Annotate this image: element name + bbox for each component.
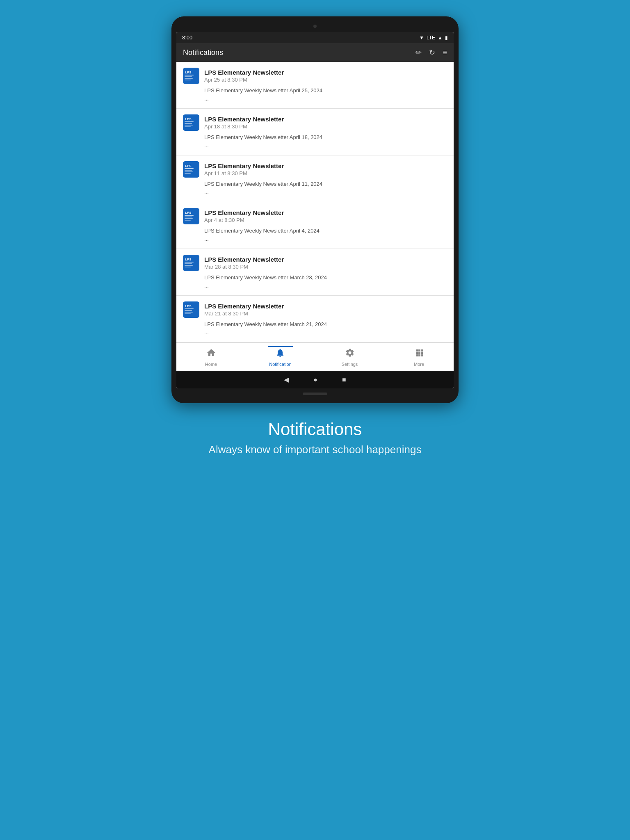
notification-list: LPS LPS Elementary NewsletterApr 25 at 8…: [176, 62, 454, 342]
svg-rect-44: [421, 354, 423, 356]
svg-rect-36: [416, 349, 418, 352]
bottom-nav: HomeNotificationSettings More: [176, 342, 454, 371]
svg-rect-11: [185, 126, 191, 127]
lps-logo: LPS: [183, 301, 199, 318]
svg-rect-32: [185, 308, 194, 309]
bottom-speaker: [303, 393, 327, 395]
svg-rect-8: [185, 121, 194, 122]
app-bar-actions: ✏ ↻ ≡: [415, 48, 447, 57]
svg-rect-41: [421, 352, 423, 354]
svg-rect-9: [185, 123, 192, 124]
svg-rect-28: [185, 265, 193, 266]
svg-text:LPS: LPS: [185, 117, 192, 121]
svg-rect-29: [185, 267, 191, 267]
nav-notification-label: Notification: [269, 362, 291, 367]
filter-icon[interactable]: ≡: [443, 48, 447, 57]
lps-logo: LPS: [183, 68, 199, 84]
lps-logo: LPS: [183, 114, 199, 131]
wifi-icon: ▼: [419, 35, 424, 41]
nav-more-label: More: [414, 362, 424, 367]
svg-text:LPS: LPS: [185, 164, 192, 168]
svg-rect-21: [185, 217, 192, 217]
lps-logo: LPS: [183, 161, 199, 178]
svg-rect-43: [418, 354, 420, 356]
notification-sender: LPS Elementary Newsletter: [204, 303, 284, 310]
battery-icon: ▮: [445, 35, 448, 41]
svg-rect-16: [185, 171, 193, 172]
notification-body: LPS Elementary Weekly Newsletter March 2…: [204, 274, 447, 290]
svg-rect-22: [185, 218, 193, 219]
signal-icon: ▲: [438, 35, 443, 41]
svg-rect-18: [183, 208, 199, 224]
app-bar-title: Notifications: [183, 48, 223, 57]
footer-subtitle: Always know of important school happenin…: [209, 443, 422, 456]
status-icons: ▼ LTE ▲ ▮: [419, 35, 448, 41]
svg-rect-27: [185, 263, 192, 264]
svg-rect-17: [185, 173, 191, 174]
back-button[interactable]: ◀: [284, 376, 289, 383]
svg-rect-14: [185, 168, 194, 169]
svg-rect-38: [421, 349, 423, 352]
nav-item-more[interactable]: More: [384, 346, 454, 368]
notification-date: Apr 25 at 8:30 PM: [204, 77, 284, 83]
notification-date: Apr 18 at 8:30 PM: [204, 123, 284, 130]
svg-rect-15: [185, 170, 192, 171]
svg-rect-4: [185, 78, 193, 79]
notification-date: Mar 28 at 8:30 PM: [204, 264, 284, 270]
svg-text:LPS: LPS: [185, 71, 192, 74]
notification-item[interactable]: LPS LPS Elementary NewsletterApr 18 at 8…: [176, 109, 454, 155]
svg-rect-26: [185, 262, 194, 262]
lps-logo: LPS: [183, 208, 199, 224]
svg-rect-40: [418, 352, 420, 354]
tablet-screen: 8:00 ▼ LTE ▲ ▮ Notifications ✏ ↻ ≡ LPS: [176, 32, 454, 388]
notification-item[interactable]: LPS LPS Elementary NewsletterApr 11 at 8…: [176, 155, 454, 202]
edit-icon[interactable]: ✏: [415, 48, 422, 57]
notification-date: Apr 4 at 8:30 PM: [204, 217, 284, 223]
svg-rect-33: [185, 310, 192, 311]
svg-rect-5: [185, 80, 191, 80]
notification-item[interactable]: LPS LPS Elementary NewsletterApr 4 at 8:…: [176, 202, 454, 249]
svg-text:LPS: LPS: [185, 258, 192, 261]
tablet-camera: [313, 25, 317, 28]
notification-date: Mar 21 at 8:30 PM: [204, 310, 284, 317]
nav-notification-icon: [275, 348, 285, 360]
svg-rect-10: [185, 125, 193, 126]
notification-body: LPS Elementary Weekly Newsletter April 2…: [204, 87, 447, 103]
footer-title: Notifications: [209, 420, 422, 439]
notification-body: LPS Elementary Weekly Newsletter April 1…: [204, 133, 447, 149]
nav-home-icon: [206, 348, 216, 360]
system-nav: ◀ ● ■: [176, 371, 454, 388]
svg-rect-0: [183, 68, 199, 84]
notification-sender: LPS Elementary Newsletter: [204, 162, 284, 169]
lte-label: LTE: [427, 35, 435, 41]
tablet-device: 8:00 ▼ LTE ▲ ▮ Notifications ✏ ↻ ≡ LPS: [171, 16, 459, 403]
nav-home-label: Home: [205, 362, 217, 367]
svg-rect-39: [416, 352, 418, 354]
home-button[interactable]: ●: [313, 376, 317, 383]
nav-item-home[interactable]: Home: [176, 346, 246, 368]
notification-sender: LPS Elementary Newsletter: [204, 69, 284, 76]
svg-rect-23: [185, 220, 191, 221]
notification-body: LPS Elementary Weekly Newsletter April 4…: [204, 227, 447, 243]
recent-button[interactable]: ■: [342, 376, 346, 383]
notification-sender: LPS Elementary Newsletter: [204, 256, 284, 263]
svg-rect-6: [183, 114, 199, 131]
notification-item[interactable]: LPS LPS Elementary NewsletterApr 25 at 8…: [176, 62, 454, 109]
svg-rect-2: [185, 75, 194, 75]
notification-sender: LPS Elementary Newsletter: [204, 116, 284, 123]
nav-settings-label: Settings: [342, 362, 358, 367]
svg-rect-42: [416, 354, 418, 356]
svg-text:LPS: LPS: [185, 304, 192, 308]
nav-item-notification[interactable]: Notification: [246, 346, 315, 368]
svg-rect-12: [183, 161, 199, 178]
notification-body: LPS Elementary Weekly Newsletter April 1…: [204, 180, 447, 196]
svg-text:LPS: LPS: [185, 211, 192, 215]
notification-item[interactable]: LPS LPS Elementary NewsletterMar 28 at 8…: [176, 249, 454, 296]
nav-item-settings[interactable]: Settings: [315, 346, 384, 368]
notification-item[interactable]: LPS LPS Elementary NewsletterMar 21 at 8…: [176, 296, 454, 342]
app-bar: Notifications ✏ ↻ ≡: [176, 43, 454, 62]
refresh-icon[interactable]: ↻: [429, 48, 435, 57]
lps-logo: LPS: [183, 255, 199, 271]
notification-sender: LPS Elementary Newsletter: [204, 209, 284, 216]
svg-rect-34: [185, 312, 193, 313]
